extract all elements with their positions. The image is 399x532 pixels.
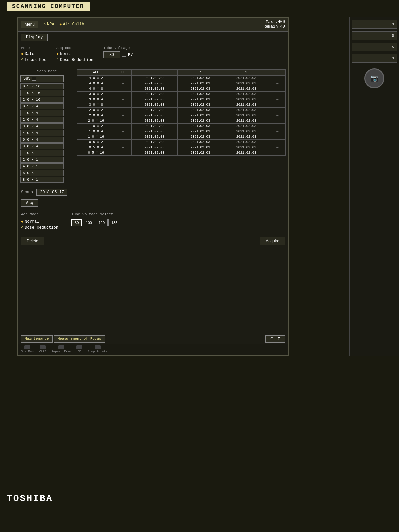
right-btn-4[interactable]: S [352,54,397,63]
right-btn-3[interactable]: S [352,43,397,51]
scan-btn-7[interactable]: 4.0 × 4 [20,130,64,136]
cell-13-0: 0.5 × 4 [77,145,115,150]
date-mode: ◆ Date [21,51,46,56]
volt-btn-120[interactable]: 120 [96,219,108,226]
table-row: 3.0 × 8—2021.02.032021.02.032021.02.03— [77,102,286,108]
cell-8-1: — [115,118,131,124]
cell-4-2: 2021.02.03 [131,97,177,102]
scan-btn-1[interactable]: 1.0 × 16 [20,90,64,96]
col-header-ss: SS [269,70,286,76]
cell-2-2: 2021.02.03 [131,86,177,92]
measurement-tab[interactable]: Measurement of Focus [54,335,105,343]
cell-11-1: — [115,134,131,140]
scan-btn-14[interactable]: 8.0 × 1 [20,177,64,183]
table-row: 1.0 × 2—2021.02.032021.02.032021.02.03— [77,124,286,129]
cell-8-0: 2.0 × 16 [77,118,115,124]
scan-btn-2[interactable]: 2.0 × 16 [20,97,64,103]
cell-14-2: 2021.02.03 [131,150,177,156]
kv-checkbox[interactable] [122,53,126,57]
cell-4-5: — [269,97,286,102]
cell-0-3: 2021.02.03 [177,76,223,81]
right-panel: S S S S 📷 [349,17,399,356]
header-bar: Menu ^ NRA ◆ Air Calib Max :400 Remain:4… [18,18,288,32]
scan-btn-3[interactable]: 0.5 × 4 [20,103,64,109]
cell-7-2: 2021.02.03 [131,113,177,118]
cell-3-1: — [115,92,131,97]
date-diamond: ◆ [21,51,23,56]
scan-btn-9[interactable]: 8.0 × 4 [20,143,64,149]
table-head: ALLLLLMSSS [77,70,286,76]
cell-10-4: 2021.02.03 [223,129,269,134]
scano-section: Scano 2018.05.17 [18,186,288,198]
col-header-ll: LL [115,70,131,76]
cell-3-3: 2021.02.03 [177,92,223,97]
scan-btn-5[interactable]: 2.0 × 4 [20,117,64,123]
maintenance-tab[interactable]: Maintenance [21,335,53,343]
scan-btn-13[interactable]: 6.0 × 1 [20,170,64,176]
scan-btn-6[interactable]: 3.0 × 4 [20,123,64,129]
volt-btn-80[interactable]: 80 [71,219,82,226]
right-btn-1[interactable]: S [352,20,397,29]
camera-icon: 📷 [364,68,384,88]
table-row: 0.5 × 16—2021.02.032021.02.032021.02.03— [77,150,286,156]
dose-caret: ^ [56,58,59,62]
taskbar-item-4[interactable]: Stop Rotate [88,345,107,353]
volt-btn-135[interactable]: 135 [108,219,120,226]
table-row: 4.0 × 4—2021.02.032021.02.032021.02.03— [77,81,286,86]
cell-10-3: 2021.02.03 [177,129,223,134]
cell-2-1: — [115,86,131,92]
mode-group: Mode ◆ Date ^ Focus Pos [21,46,46,62]
cell-4-0: 3.0 × 4 [77,97,115,102]
table-row: 0.5 × 4—2021.02.032021.02.032021.02.03— [77,145,286,150]
delete-button[interactable]: Delete [21,237,44,245]
taskbar-item-3[interactable]: CE [76,345,82,353]
cell-3-4: 2021.02.03 [223,92,269,97]
scan-btn-12[interactable]: 4.0 × 1 [20,163,64,169]
table-row: 1.0 × 4—2021.02.032021.02.032021.02.03— [77,129,286,134]
cell-9-0: 1.0 × 2 [77,124,115,129]
scano-value: 2018.05.17 [36,189,67,196]
bottom-dose-reduction: ^ Dose Reduction [21,225,58,230]
scan-btn-11[interactable]: 2.0 × 1 [20,157,64,163]
scan-btn-10[interactable]: 1.0 × 1 [20,150,64,156]
acq-section: Acq [18,198,288,208]
s8s-checkbox[interactable] [32,77,36,81]
cell-6-5: — [269,108,286,113]
cell-14-0: 0.5 × 16 [77,150,115,156]
cell-5-1: — [115,102,131,108]
menu-button[interactable]: Menu [21,21,38,28]
quit-button[interactable]: QUIT [265,335,285,343]
cell-7-1: — [115,113,131,118]
col-header-l: L [131,70,177,76]
focus-caret: ^ [21,58,23,62]
scan-buttons-container: 0.5 × 161.0 × 162.0 × 160.5 × 41.0 × 42.… [20,83,73,183]
bottom-normal-label: Normal [25,219,39,224]
acq-tab[interactable]: Acq [21,200,38,207]
scan-btn-8[interactable]: 6.0 × 4 [20,137,64,143]
table-row: 2.0 × 2—2021.02.032021.02.032021.02.03— [77,108,286,113]
taskbar: ScanManVARIRepeat ExamCEStop Rotate [18,344,288,355]
cell-8-2: 2021.02.03 [131,118,177,124]
display-tab[interactable]: Display [21,34,48,41]
cell-2-0: 4.0 × 8 [77,86,115,92]
cell-4-1: — [115,97,131,102]
volt-btn-100[interactable]: 100 [83,219,95,226]
taskbar-item-1[interactable]: VARI [39,345,46,353]
s8s-button[interactable]: S8S [20,75,64,82]
cell-6-3: 2021.02.03 [177,108,223,113]
sub-header: Display [18,32,288,43]
scan-btn-4[interactable]: 1.0 × 4 [20,110,64,116]
normal-label: Normal [60,52,74,56]
table-body: 4.0 × 2—2021.02.032021.02.032021.02.03—4… [77,76,286,156]
taskbar-item-2[interactable]: Repeat Exam [51,345,71,353]
taskbar-item-0[interactable]: ScanMan [21,345,34,353]
right-btn-2[interactable]: S [352,31,397,40]
acq-mode-label: Acq Mode [56,46,93,50]
scan-btn-0[interactable]: 0.5 × 16 [20,83,64,89]
acquire-button[interactable]: Acquire [260,237,285,245]
cell-1-0: 4.0 × 4 [77,81,115,86]
cell-10-0: 1.0 × 4 [77,129,115,134]
normal-diamond: ◆ [56,51,59,56]
cell-8-4: 2021.02.03 [223,118,269,124]
kv-input[interactable] [103,51,120,58]
